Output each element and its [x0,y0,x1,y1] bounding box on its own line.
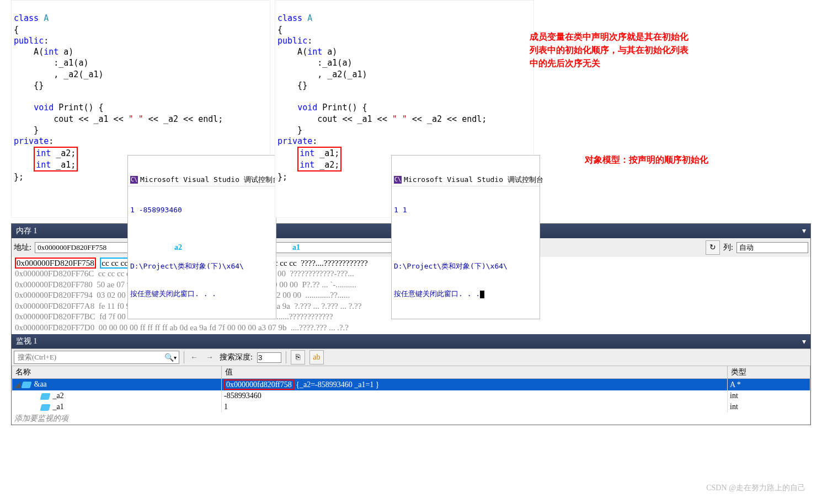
object-icon [21,382,31,388]
watch-row-aa[interactable]: ◢&aa 0x000000fd820ff758 {_a2=-858993460 … [12,379,810,391]
object-icon [40,404,50,411]
annotation-side: 对象模型：按声明的顺序初始化 [585,154,708,166]
tool-icon-1[interactable]: ⎘ [291,350,305,364]
var-value: 1 [222,401,728,412]
watch-row-add[interactable]: 添加要监视的项 [12,412,810,425]
var-type: int [728,390,810,401]
refresh-icon[interactable]: ↻ [706,240,720,255]
watch-grid: 名称 值 类型 ◢&aa 0x000000fd820ff758 {_a2=-85… [12,366,810,425]
addr-label: 地址: [14,243,31,253]
var-name: _a2 [53,392,64,400]
col-name[interactable]: 名称 [12,366,222,379]
collapse-icon[interactable]: ▾ [802,337,806,346]
code-left: class A { public: A(int a) :_a1(a) , _a2… [11,0,270,218]
var-name: _a1 [53,403,64,411]
console-path: D:\Project\类和对象(下)\x64\ [130,262,274,271]
watch-row-a2[interactable]: _a2 -858993460 int [12,390,810,401]
console-path: D:\Project\类和对象(下)\x64\ [394,262,537,271]
col-type[interactable]: 类型 [728,366,810,379]
expander-icon[interactable]: ◢ [14,380,20,389]
var-value: -858993460 [222,390,728,401]
object-icon [40,393,50,400]
watch-row-a1[interactable]: _a1 1 int [12,401,810,412]
columns-input[interactable] [736,242,808,253]
watch-toolbar: 🔍▾ ← → 搜索深度: ⎘ ab [12,348,810,366]
nav-fwd-icon[interactable]: → [204,353,215,362]
add-watch-prompt: 添加要监视的项 [12,412,810,425]
a2-overlay-label: a2 [174,243,182,252]
code-right: class A { public: A(int a) :_a1(a) , _a2… [275,0,534,218]
mem-row: 0x000000FD820FF7D0 00 00 00 00 ff ff ff … [15,323,349,332]
console-prompt: 按任意键关闭此窗口. . . [130,289,274,299]
search-input[interactable] [17,352,164,362]
console-right: C\Microsoft Visual Studio 调试控制台 1 1 D:\P… [391,155,540,319]
right-private-box: int _a1; int _a2; [297,147,341,171]
depth-label: 搜索深度: [220,352,253,362]
tool-icon-2[interactable]: ab [309,350,324,364]
console-title: Microsoft Visual Studio 调试控制台 [140,175,280,184]
console-title: Microsoft Visual Studio 调试控制台 [404,175,543,184]
search-box[interactable]: 🔍▾ [14,351,179,364]
mem-addr-highlight: 0x000000FD820FF758 [15,258,96,269]
columns-label: 列: [723,243,733,253]
value-rest: {_a2=-858993460 _a1=1 } [294,380,380,389]
depth-select[interactable] [257,352,281,363]
a1-overlay-label: a1 [292,243,300,252]
code-comparison: class A { public: A(int a) :_a1(a) , _a2… [11,0,811,218]
memory-title: 内存 1 [16,226,38,236]
var-type: A * [728,379,810,391]
nav-back-icon[interactable]: ← [189,353,200,362]
console-output: 1 1 [394,206,537,215]
var-name: &aa [34,380,47,388]
col-value[interactable]: 值 [222,366,728,379]
left-private-box: int _a2; int _a1; [34,147,78,171]
watch-header[interactable]: 监视 1 ▾ [12,334,810,348]
grid-header-row: 名称 值 类型 [12,366,810,379]
watch-title: 监视 1 [16,336,38,346]
console-prompt: 按任意键关闭此窗口. . . [394,289,480,298]
console-left: C\Microsoft Visual Studio 调试控制台 1 -85899… [127,155,276,319]
value-highlight: 0x000000fd820ff758 [224,379,294,390]
search-icon[interactable]: 🔍 [164,353,174,362]
annotation-top: 成员变量在类中声明次序就是其在初始化列表中的初始化顺序，与其在初始化列表中的先后… [530,30,695,70]
var-type: int [728,401,810,412]
collapse-icon[interactable]: ▾ [802,226,806,235]
console-output: 1 -858993460 [130,206,274,215]
